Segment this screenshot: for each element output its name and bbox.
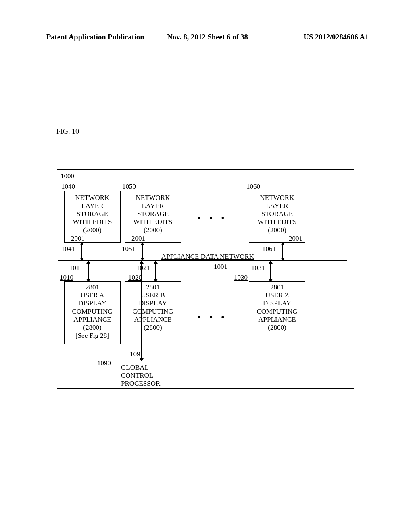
appliance-a-l1: USER A: [65, 291, 120, 299]
ref-1031: 1031: [251, 264, 265, 272]
storage-2-l5: (2000): [125, 226, 181, 234]
appliance-box-b: 2801 USER B DISPLAY COMPUTING APPLIANCE …: [125, 281, 181, 344]
appliance-b-l1: USER B: [125, 291, 181, 299]
ref-1061: 1061: [262, 245, 276, 253]
ellipsis-top: • • •: [198, 213, 227, 223]
appliance-a-top: 2801: [65, 283, 120, 291]
appliance-box-z: 2801 USER Z DISPLAY COMPUTING APPLIANCE …: [249, 281, 305, 344]
header-right: US 2012/0284606 A1: [304, 33, 369, 42]
appliance-b-top: 2801: [125, 283, 181, 291]
appliance-z-l2: DISPLAY: [249, 299, 305, 308]
storage-3-l4: WITH EDITS: [249, 218, 305, 226]
storage-2-l2: LAYER: [125, 202, 181, 210]
ref-1021: 1021: [136, 264, 150, 272]
appliance-z-l5: (2800): [249, 324, 305, 332]
header-rule: [44, 44, 369, 44]
ref-1000: 1000: [60, 172, 74, 180]
arrow-1021: [155, 261, 156, 282]
ref-1040: 1040: [61, 183, 75, 191]
storage-1-l1: NETWORK: [65, 194, 120, 202]
appliance-b-l3: COMPUTING: [125, 308, 181, 316]
ref-1010: 1010: [60, 274, 73, 282]
appliance-box-a: 2801 USER A DISPLAY COMPUTING APPLIANCE …: [64, 281, 121, 344]
ref-1041: 1041: [61, 245, 75, 253]
appliance-z-l3: COMPUTING: [249, 308, 305, 316]
arrow-1051: [142, 243, 143, 260]
ref-1051: 1051: [122, 245, 136, 253]
ref-2001-b: 2001: [131, 235, 145, 243]
storage-2-l3: STORAGE: [125, 210, 181, 218]
ref-1091: 1091: [130, 350, 144, 358]
figure-label: FIG. 10: [56, 127, 79, 136]
appliance-z-l4: APPLIANCE: [249, 316, 305, 324]
patent-page: Patent Application Publication Nov. 8, 2…: [0, 0, 413, 532]
ref-1090: 1090: [97, 359, 111, 367]
ref-1011: 1011: [69, 264, 83, 272]
storage-3-l1: NETWORK: [249, 194, 305, 202]
appliance-b-l5: (2800): [125, 324, 181, 332]
arrow-1031: [270, 261, 271, 282]
appliance-a-l2: DISPLAY: [65, 299, 120, 308]
storage-3-l3: STORAGE: [249, 210, 305, 218]
ref-2001-c: 2001: [289, 235, 302, 243]
network-bus-label: APPLIANCE DATA NETWORK: [161, 253, 254, 261]
storage-1-l2: LAYER: [65, 202, 120, 210]
arrow-1041: [81, 243, 82, 260]
appliance-z-l1: USER Z: [249, 291, 305, 299]
appliance-a-l6: [See Fig 28]: [65, 332, 120, 340]
storage-1-l5: (2000): [65, 226, 120, 234]
storage-2-l4: WITH EDITS: [125, 218, 181, 226]
arrow-1091: [141, 261, 142, 361]
global-control-box: GLOBAL CONTROL PROCESSOR: [117, 361, 177, 388]
header-left: Patent Application Publication: [46, 33, 144, 42]
gcp-l2: CONTROL: [121, 372, 177, 380]
ref-1020: 1020: [128, 274, 142, 282]
ref-2001-a: 2001: [71, 235, 85, 243]
appliance-a-l5: (2800): [65, 324, 120, 332]
ref-1060: 1060: [246, 183, 260, 191]
storage-3-l5: (2000): [249, 226, 305, 234]
appliance-z-top: 2801: [249, 283, 305, 291]
header-center: Nov. 8, 2012 Sheet 6 of 38: [167, 33, 248, 42]
appliance-a-l4: APPLIANCE: [65, 316, 120, 324]
appliance-b-l2: DISPLAY: [125, 299, 181, 308]
storage-1-l4: WITH EDITS: [65, 218, 120, 226]
page-header: Patent Application Publication Nov. 8, 2…: [46, 33, 369, 42]
storage-3-l2: LAYER: [249, 202, 305, 210]
arrow-1061: [282, 243, 283, 260]
gcp-l1: GLOBAL: [121, 364, 177, 372]
appliance-b-l4: APPLIANCE: [125, 316, 181, 324]
appliance-a-l3: COMPUTING: [65, 308, 120, 316]
ref-1030: 1030: [234, 274, 248, 282]
ref-1050: 1050: [122, 183, 136, 191]
gcp-l3: PROCESSOR: [121, 380, 177, 388]
ellipsis-bottom: • • •: [198, 312, 227, 322]
arrow-1011: [88, 261, 89, 282]
ref-1001: 1001: [214, 263, 227, 271]
storage-2-l1: NETWORK: [125, 194, 181, 202]
storage-1-l3: STORAGE: [65, 210, 120, 218]
